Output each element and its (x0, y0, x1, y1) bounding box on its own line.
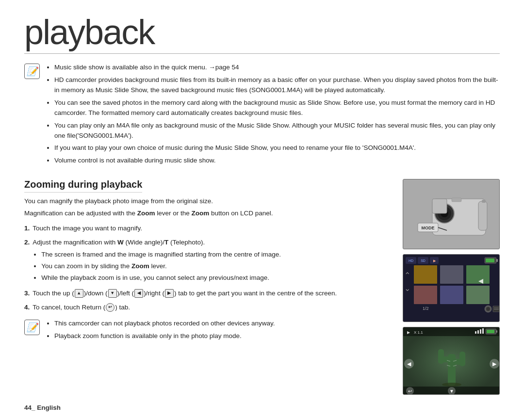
bottom-note-content: This camcorder can not playback photos r… (46, 319, 275, 344)
svg-text:◀: ◀ (407, 361, 411, 367)
svg-rect-48 (448, 354, 456, 386)
step-3: 3. Touch the up (▲)/down (▼)/left (◀)/ri… (24, 289, 393, 299)
step-1: 1. Touch the image you want to magnify. (24, 224, 393, 234)
svg-text:MODE: MODE (422, 226, 435, 230)
page-title: playback (24, 15, 500, 49)
svg-text:⌃: ⌃ (404, 271, 410, 279)
svg-rect-10 (452, 198, 461, 202)
main-content: Zooming during playback You can magnify … (24, 179, 500, 395)
step-num-4: 4. (24, 303, 30, 313)
svg-rect-50 (438, 349, 444, 364)
section-desc-2: Magnification can be adjusted with the Z… (24, 209, 393, 219)
top-note-content: Music slide show is available also in th… (46, 63, 500, 168)
top-note-list: Music slide show is available also in th… (46, 63, 500, 166)
list-item: If you want to play your own choice of m… (54, 143, 500, 153)
svg-rect-9 (478, 201, 487, 230)
down-sym: ▼ (108, 289, 117, 298)
list-item: The screen is framed and the image is ma… (41, 250, 393, 260)
svg-rect-21 (486, 258, 494, 262)
right-sym: ▶ (165, 289, 174, 298)
camera-image-3: ▶ X 1.1 (403, 327, 500, 395)
step-2: 2. Adjust the magnification with W (Wide… (24, 238, 393, 285)
step-num-3: 3. (24, 289, 30, 299)
svg-rect-26 (440, 286, 463, 304)
list-item: Music slide show is available also in th… (54, 63, 500, 73)
list-item: You can play only an M4A file only as ba… (54, 121, 500, 141)
svg-rect-25 (414, 286, 437, 304)
svg-rect-11 (482, 200, 486, 203)
svg-rect-27 (466, 286, 490, 304)
bottom-note-list: This camcorder can not playback photos r… (46, 319, 275, 341)
page-container: playback 📝 Music slide show is available… (0, 0, 524, 420)
list-item: While the playback zoom is in use, you c… (41, 273, 393, 283)
list-item: Volume control is not available during m… (54, 156, 500, 166)
list-item: You can zoom in by sliding the Zoom leve… (41, 261, 393, 272)
svg-rect-42 (496, 330, 497, 333)
section-desc-1: You can magnify the playback photo image… (24, 196, 393, 207)
camera-svg-1: MODE (403, 179, 500, 249)
svg-text:X 1.1: X 1.1 (414, 330, 423, 335)
svg-text:▶: ▶ (492, 361, 497, 367)
svg-text:▼: ▼ (449, 388, 454, 394)
list-item: You can see the saved photos in the memo… (54, 98, 500, 118)
up-sym: ▲ (75, 289, 83, 298)
step-2-bullets: The screen is framed and the image is ma… (33, 250, 393, 283)
note-icon: 📝 (24, 64, 40, 79)
svg-text:1/2: 1/2 (423, 306, 429, 311)
step-body-1: Touch the image you want to magnify. (33, 224, 393, 234)
svg-rect-52 (459, 352, 465, 366)
return-sym: ↩ (106, 303, 115, 312)
page-footer: 44_ English (24, 404, 61, 411)
left-content: Zooming during playback You can magnify … (24, 179, 393, 395)
svg-point-32 (486, 307, 490, 311)
step-body-2: Adjust the magnification with W (Wide an… (33, 238, 393, 285)
svg-rect-46 (480, 329, 481, 334)
left-sym: ◀ (134, 289, 143, 298)
svg-text:HD: HD (409, 259, 413, 262)
step-body-3: Touch the up (▲)/down (▼)/left (◀)/right… (33, 289, 393, 299)
list-item: This camcorder can not playback photos r… (54, 319, 275, 329)
steps-list: 1. Touch the image you want to magnify. … (24, 224, 393, 312)
svg-text:▶: ▶ (407, 330, 410, 335)
svg-text:SD: SD (421, 259, 426, 262)
svg-rect-5 (432, 199, 447, 213)
svg-rect-47 (482, 328, 484, 334)
svg-text:↩: ↩ (408, 388, 412, 394)
svg-point-57 (442, 383, 461, 387)
screen-svg-3: ▶ X 1.1 (403, 327, 500, 395)
bottom-note-block: 📝 This camcorder can not playback photos… (24, 319, 393, 344)
title-divider (24, 53, 500, 54)
svg-text:⌄: ⌄ (404, 284, 410, 292)
step-4: 4. To cancel, touch Return (↩) tab. (24, 303, 393, 313)
svg-rect-24 (466, 265, 490, 284)
camera-image-2: HD SD ▶ (403, 254, 500, 322)
list-item: HD camcorder provides background music f… (54, 75, 500, 96)
right-images: MODE HD (403, 179, 500, 395)
section-heading: Zooming during playback (24, 179, 142, 193)
screen-svg-2: HD SD ▶ (403, 255, 500, 322)
svg-rect-44 (475, 331, 476, 334)
step-num-2: 2. (24, 238, 30, 285)
top-note-block: 📝 Music slide show is available also in … (24, 63, 500, 168)
camera-image-1: MODE (403, 179, 500, 249)
svg-rect-20 (496, 259, 498, 262)
note-icon-2: 📝 (24, 320, 40, 335)
svg-rect-23 (440, 265, 463, 284)
svg-rect-45 (477, 330, 479, 334)
step-num-1: 1. (24, 224, 30, 234)
svg-rect-33 (493, 306, 500, 312)
list-item: Playback zoom function is available only… (54, 331, 275, 341)
step-body-4: To cancel, touch Return (↩) tab. (33, 303, 393, 313)
svg-rect-43 (487, 330, 494, 333)
svg-rect-22 (414, 265, 437, 284)
